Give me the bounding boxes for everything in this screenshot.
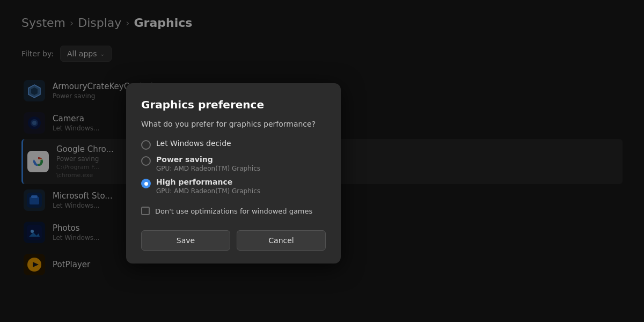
radio-label-power-saving: Power saving GPU: AMD Radeon(TM) Graphic… [156, 155, 260, 172]
dialog-buttons: Save Cancel [141, 230, 326, 251]
radio-circle-power-saving[interactable] [141, 156, 151, 166]
radio-text: High performance [156, 178, 260, 186]
radio-sub: GPU: AMD Radeon(TM) Graphics [156, 187, 260, 195]
radio-option-let-windows[interactable]: Let Windows decide [141, 139, 326, 150]
dialog-question: What do you prefer for graphics performa… [141, 120, 326, 128]
graphics-preference-dialog: Graphics preference What do you prefer f… [126, 83, 341, 264]
radio-group: Let Windows decide Power saving GPU: AMD… [141, 139, 326, 195]
radio-circle-let-windows[interactable] [141, 140, 151, 150]
radio-circle-high-performance[interactable] [141, 179, 151, 188]
radio-option-high-performance[interactable]: High performance GPU: AMD Radeon(TM) Gra… [141, 178, 326, 195]
cancel-button[interactable]: Cancel [237, 230, 326, 251]
radio-sub: GPU: AMD Radeon(TM) Graphics [156, 165, 260, 172]
radio-text: Power saving [156, 155, 260, 164]
radio-label-high-performance: High performance GPU: AMD Radeon(TM) Gra… [156, 178, 260, 195]
save-button[interactable]: Save [141, 230, 230, 251]
radio-text: Let Windows decide [156, 139, 231, 148]
radio-option-power-saving[interactable]: Power saving GPU: AMD Radeon(TM) Graphic… [141, 155, 326, 172]
checkbox-box[interactable] [141, 207, 150, 215]
dialog-title: Graphics preference [141, 98, 326, 111]
checkbox-label: Don't use optimizations for windowed gam… [155, 207, 312, 215]
checkbox-windowed-games[interactable]: Don't use optimizations for windowed gam… [141, 207, 326, 215]
radio-label-let-windows: Let Windows decide [156, 139, 231, 148]
